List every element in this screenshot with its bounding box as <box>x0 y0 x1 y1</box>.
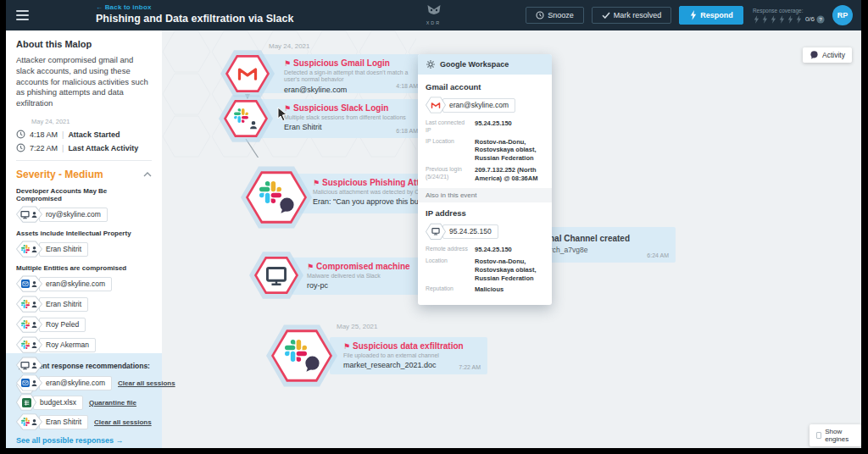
event-time: 6:24 AM <box>647 252 669 258</box>
field-label: Remote address <box>426 246 475 254</box>
timeline-time: 4:18 AM <box>30 130 58 139</box>
entity-chip[interactable]: roy@skyline.com <box>16 206 152 223</box>
see-all-responses-link[interactable]: See all possible responses → <box>16 436 152 445</box>
clock-icon <box>16 143 25 152</box>
account-chip[interactable]: eran@skyline.com <box>426 97 544 114</box>
field-value: 95.24.25.150 <box>475 119 544 135</box>
node-gmail-login[interactable] <box>225 54 270 93</box>
field-value: Rostov-na-Donu, Rostovskaya oblast, Russ… <box>475 138 544 163</box>
node-compromised-machine[interactable] <box>254 256 298 295</box>
group-heading: Multiple Entities are compromised <box>16 264 152 272</box>
entity-chip[interactable]: Eran Shitrit <box>16 241 152 257</box>
event-card-slack-login[interactable]: ⚑Suspicious Slack Login Multiple slack s… <box>250 99 425 138</box>
event-desc: Detected a sign-in attempt that doesn't … <box>284 69 418 85</box>
event-title: Suspicious Phishing Attack <box>322 178 433 188</box>
timeline-attack-started: 4:18 AM|Attack Started <box>16 130 152 139</box>
page-title: Phishing and Data exfiltration via Slack <box>96 13 293 25</box>
flag-icon: ⚑ <box>284 59 291 68</box>
event-desc: Multiple slack sessions from different l… <box>284 114 418 122</box>
entity-chip[interactable]: Roy Peled <box>16 316 152 333</box>
event-title: Suspicious data exfiltration <box>353 341 464 352</box>
sidebar: About this Malop Attacker compromised gm… <box>6 30 162 448</box>
hamburger-menu-icon[interactable] <box>16 8 29 23</box>
recommendations-title: Urgent response recommendations: <box>26 362 150 370</box>
clock-icon <box>536 11 544 19</box>
popup-header-label: Google Workspace <box>440 60 509 69</box>
timeline-label: Attack Started <box>68 130 120 139</box>
event-time: 4:18 AM <box>396 83 418 89</box>
show-engines-toggle[interactable]: Show engines <box>810 424 861 446</box>
entity-chip[interactable]: Eran Shitrit <box>16 296 152 313</box>
mark-resolved-button[interactable]: Mark resolved <box>592 7 672 24</box>
node-phishing-attack[interactable] <box>246 170 307 224</box>
also-in-event-label: Also in this event <box>418 188 552 202</box>
ip-chip[interactable]: 95.24.25.150 <box>426 223 544 240</box>
snooze-label: Snooze <box>548 11 574 19</box>
field-label: Previous login (5/24/21) <box>426 166 475 183</box>
gear-icon <box>426 59 436 69</box>
activity-button[interactable]: Activity <box>803 47 852 63</box>
back-label: Back to inbox <box>105 3 152 11</box>
mark-resolved-label: Mark resolved <box>614 11 662 19</box>
event-card-gmail-login[interactable]: ⚑Suspicious Gmail Login Detected a sign-… <box>252 54 425 93</box>
google-workspace-popup: Google Workspace Gmail account eran@skyl… <box>418 54 552 305</box>
entity-label[interactable]: Eran Shitrit <box>39 415 88 429</box>
help-icon[interactable]: ? <box>816 15 825 24</box>
owl-logo-icon <box>426 5 442 16</box>
entity-label: Eran Shitrit <box>39 242 88 257</box>
entity-label[interactable]: eran@skyline.com <box>39 376 112 390</box>
bolt-icon <box>795 15 802 24</box>
about-title: About this Malop <box>16 39 152 49</box>
field-label: Reputation <box>426 285 475 294</box>
snooze-button[interactable]: Snooze <box>526 7 584 24</box>
event-time: 6:18 AM <box>396 128 418 134</box>
entity-label: eran@skyline.com <box>39 277 112 291</box>
bolt-icon <box>787 15 793 24</box>
node-slack-login[interactable] <box>224 99 268 138</box>
bolt-icon <box>770 15 776 24</box>
graph-date-label: May 25, 2021 <box>337 323 377 330</box>
about-text: Attacker compromised gmail and slack acc… <box>16 55 152 109</box>
sidebar-date: May 24, 2021 <box>31 118 152 125</box>
field-value: Malicious <box>475 285 544 294</box>
event-time: 7:22 AM <box>459 364 481 370</box>
event-title: Compromised machine <box>316 262 410 272</box>
respond-button[interactable]: Respond <box>679 6 743 25</box>
attack-graph-canvas[interactable]: May 24, 2021 May 25, 2021 ⚑Suspicious Gm… <box>162 30 861 448</box>
quarantine-file-link[interactable]: Quarantine file <box>89 399 136 407</box>
clear-sessions-link[interactable]: Clear all sessions <box>118 379 175 387</box>
flag-icon: ⚑ <box>307 263 314 271</box>
entity-label[interactable]: budget.xlsx <box>33 396 83 410</box>
show-engines-checkbox[interactable] <box>816 432 821 439</box>
user-avatar[interactable]: RP <box>832 5 853 25</box>
chevron-up-icon[interactable] <box>143 172 152 177</box>
bolt-icon <box>761 15 768 24</box>
clear-sessions-link[interactable]: Clear all sessions <box>94 418 152 426</box>
coverage-label: Response coverage: <box>753 8 804 14</box>
flag-icon: ⚑ <box>343 342 350 351</box>
lightning-icon <box>689 10 697 20</box>
response-coverage: Response coverage: 0/6 ? <box>753 8 825 24</box>
back-to-inbox-link[interactable]: ← Back to inbox <box>96 3 293 11</box>
account-label: eran@skyline.com <box>442 98 515 113</box>
group-heading: Assets include Intellectual Property <box>16 230 152 237</box>
logo-text: XDR <box>426 20 442 25</box>
respond-label: Respond <box>700 11 733 19</box>
event-title: Suspicious Gmail Login <box>293 58 390 69</box>
event-card-data-exfiltration[interactable]: ⚑Suspicious data exfiltration File uploa… <box>330 337 487 374</box>
graph-date-label: May 24, 2021 <box>269 42 309 50</box>
top-bar: ← Back to inbox Phishing and Data exfilt… <box>6 0 861 30</box>
ip-address-title: IP address <box>426 208 544 218</box>
node-data-exfiltration[interactable] <box>271 329 332 383</box>
svg-text:?: ? <box>819 16 822 22</box>
field-value: Rostov-na-Donu, Rostovskaya oblast, Russ… <box>475 257 544 282</box>
bolt-icon <box>778 15 785 24</box>
timeline-label: Last Attack Activity <box>68 144 138 152</box>
entity-chip[interactable]: eran@skyline.com <box>16 275 152 292</box>
entity-chip[interactable]: Roy Akerman <box>16 336 152 353</box>
field-value: 209.7.132.252 (North America) @ 08:36AM <box>475 166 544 183</box>
clock-icon <box>16 130 25 139</box>
entity-label: roy@skyline.com <box>39 208 108 222</box>
gmail-account-title: Gmail account <box>426 82 544 91</box>
entity-label: Roy Peled <box>39 318 86 332</box>
